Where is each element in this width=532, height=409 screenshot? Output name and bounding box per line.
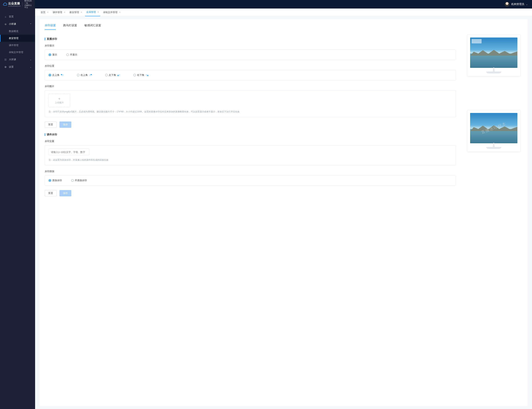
content-panel: 水印设置 跑马灯设置 敏感词汇设置 直播水印 水印显示 显示 不显示 水印位置: [40, 19, 528, 406]
upload-image-button[interactable]: ＋ 上传图片: [49, 94, 70, 107]
chevron-down-icon[interactable]: ⌄: [526, 3, 528, 5]
topbar: 机构管理员 ⌄: [35, 0, 532, 9]
main-nav: ⌂ 首页 ☺ 小班课 ⌃ 数据概览 教室管理 课件管理 录制文件管理 ☷ 大班课…: [0, 9, 35, 71]
preview-monitor-1: [467, 34, 521, 76]
tab-classroom[interactable]: 教室管理✕: [68, 9, 83, 16]
radio-add-yes[interactable]: 添加水印: [49, 179, 62, 182]
text-box: 注：若设置为添加水印，对直播上传的课件和生成的回放生效: [45, 145, 456, 165]
save-button-2[interactable]: 保存: [60, 190, 71, 196]
label-display: 水印显示: [45, 44, 456, 47]
radio-add-no[interactable]: 不添加水印: [71, 179, 87, 182]
gear-icon: ⚙: [4, 66, 7, 68]
tab-marquee[interactable]: 跑马灯设置: [63, 24, 77, 30]
sidebar-item-small-class[interactable]: ☺ 小班课 ⌃: [0, 20, 35, 28]
radio-pos-br[interactable]: 右下角: [133, 74, 148, 77]
radio-pos-bl[interactable]: 左下角: [105, 74, 120, 77]
label-text: 水印文案: [45, 139, 456, 143]
inner-tabs: 水印设置 跑马灯设置 敏感词汇设置: [45, 24, 523, 30]
page-tabs: 首页✕ 课件管理✕ 教室管理✕ 全局管理✕ 录制文件管理✕: [35, 9, 532, 16]
section-title-courseware: 课件水印: [45, 133, 456, 136]
close-icon[interactable]: ✕: [64, 11, 65, 13]
tab-courseware[interactable]: 课件管理✕: [52, 9, 66, 16]
cloud-icon: [3, 3, 7, 6]
label-image: 水印图片: [45, 85, 456, 88]
tab-sensitive[interactable]: 敏感词汇设置: [84, 24, 101, 30]
logo-brand: 云朵直播 yunduoketang.com: [3, 2, 21, 7]
radio-display-yes[interactable]: 显示: [49, 53, 57, 56]
corner-tr-icon: [89, 74, 92, 76]
image-upload-box: ＋ 上传图片 注：水印只支持png格式图片，且必须为透明底。建议最佳图片尺寸：1…: [45, 90, 456, 117]
watermark-badge-preview: [472, 39, 482, 43]
sidebar-item-classroom-mgmt[interactable]: 教室管理: [0, 35, 35, 42]
watermark-text-input[interactable]: [49, 149, 89, 155]
tab-watermark[interactable]: 水印设置: [45, 24, 56, 30]
close-icon[interactable]: ✕: [81, 11, 82, 13]
sidebar: 云朵直播 yunduoketang.com 教育机构一站 式服务云平台 ⌂ 首页…: [0, 0, 35, 409]
group-icon: ☷: [4, 58, 7, 61]
logo: 云朵直播 yunduoketang.com 教育机构一站 式服务云平台: [0, 0, 35, 9]
avatar[interactable]: [505, 2, 509, 7]
reset-button[interactable]: 重置: [45, 121, 56, 128]
corner-tl-icon: [61, 74, 63, 76]
brand-text: 云朵直播: [8, 2, 21, 6]
tab-recording[interactable]: 录制文件管理✕: [102, 9, 122, 16]
label-position: 水印位置: [45, 64, 456, 68]
radio-pos-tl[interactable]: 左上角: [49, 74, 63, 77]
display-options: 显示 不显示: [45, 50, 456, 60]
small-class-submenu: 数据概览 教室管理 课件管理 录制文件管理: [0, 28, 35, 56]
close-icon[interactable]: ✕: [119, 11, 121, 13]
close-icon[interactable]: ✕: [47, 11, 49, 13]
sidebar-item-data-overview[interactable]: 数据概览: [0, 28, 35, 35]
save-button[interactable]: 保存: [60, 121, 71, 128]
preview-monitor-2: 直播水印样本: [467, 110, 521, 152]
label-add: 水印添加: [45, 170, 456, 173]
chevron-down-icon: ⌄: [30, 59, 31, 61]
user-name[interactable]: 机构管理员: [511, 3, 524, 6]
home-icon: ⌂: [4, 15, 7, 18]
plus-icon: ＋: [57, 97, 61, 100]
upload-hint: 注：水印只支持png格式图片，且必须为透明底。建议最佳图片尺寸：174*80，大…: [49, 110, 452, 113]
sidebar-item-recording-mgmt[interactable]: 录制文件管理: [0, 49, 35, 56]
add-options: 添加水印 不添加水印: [45, 175, 456, 186]
tab-home[interactable]: 首页✕: [40, 9, 50, 16]
sidebar-item-settings[interactable]: ⚙ 设置 ⌄: [0, 63, 35, 71]
sidebar-item-big-class[interactable]: ☷ 大班课 ⌄: [0, 56, 35, 63]
radio-display-no[interactable]: 不显示: [66, 53, 77, 56]
tab-global[interactable]: 全局管理✕: [85, 9, 100, 16]
chevron-down-icon: ⌄: [30, 66, 31, 68]
section-title-live: 直播水印: [45, 37, 456, 41]
preview-column: 直播水印样本: [467, 34, 523, 202]
position-options: 左上角 右上角 左下角 右下角: [45, 70, 456, 80]
users-icon: ☺: [4, 23, 7, 26]
chevron-up-icon: ⌃: [30, 23, 31, 25]
close-icon[interactable]: ✕: [97, 11, 99, 13]
main: 机构管理员 ⌄ 首页✕ 课件管理✕ 教室管理✕ 全局管理✕ 录制文件管理✕ 水印…: [35, 0, 532, 409]
sidebar-item-courseware-mgmt[interactable]: 课件管理: [0, 42, 35, 49]
corner-br-icon: [146, 74, 148, 76]
text-hint: 注：若设置为添加水印，对直播上传的课件和生成的回放生效: [49, 158, 452, 162]
reset-button-2[interactable]: 重置: [45, 190, 56, 196]
logo-tagline: 教育机构一站 式服务云平台: [24, 0, 32, 9]
sidebar-item-home[interactable]: ⌂ 首页: [0, 13, 35, 20]
radio-pos-tr[interactable]: 右上角: [77, 74, 92, 77]
corner-bl-icon: [117, 74, 120, 76]
